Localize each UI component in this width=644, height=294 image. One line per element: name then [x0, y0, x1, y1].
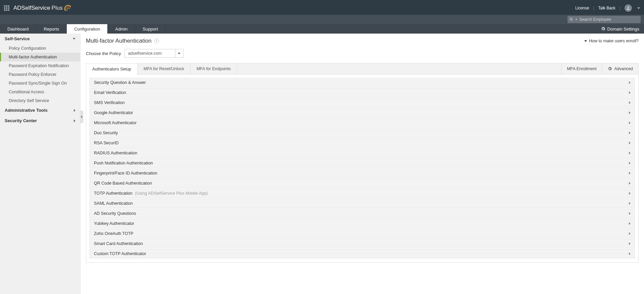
auth-security-question[interactable]: Security Question & Answer	[90, 78, 635, 87]
link-divider: |	[593, 6, 594, 10]
chevron-right-icon	[74, 119, 75, 122]
chevron-right-icon	[629, 172, 631, 175]
main-content: Multi-factor Authentication ? How to mak…	[80, 34, 644, 294]
auth-radius[interactable]: RADIUS Authentication	[90, 148, 635, 158]
auth-label: RSA SecurID	[94, 141, 119, 145]
auth-totp[interactable]: TOTP Authentication (Using ADSelfService…	[90, 189, 635, 198]
auth-label: Duo Security	[94, 131, 118, 135]
tab-mfa-enrollment[interactable]: MFA Enrollment	[561, 63, 602, 74]
svg-point-1	[570, 18, 572, 20]
policy-select-toggle[interactable]	[175, 49, 183, 57]
sidebar-section-self-service[interactable]: Self-Service	[0, 34, 80, 44]
license-link[interactable]: License	[575, 6, 589, 10]
domain-settings-button[interactable]: Domain Settings	[596, 24, 644, 34]
sidebar-item-password-policy[interactable]: Password Policy Enforcer	[0, 70, 80, 79]
chevron-right-icon	[629, 232, 631, 235]
gear-icon	[601, 27, 605, 31]
product-logo[interactable]: ADSelfService Plus	[13, 4, 72, 12]
auth-duo-security[interactable]: Duo Security	[90, 128, 635, 138]
sidebar-item-policy-configuration[interactable]: Policy Configuration	[0, 44, 80, 53]
sidebar-item-password-expiration[interactable]: Password Expiration Notification	[0, 61, 80, 70]
chevron-right-icon	[629, 212, 631, 215]
auth-label: Fingerprint/Face ID Authentication	[94, 171, 157, 176]
sidebar-section-admin-tools[interactable]: Administrative Tools	[0, 105, 80, 115]
auth-rsa-securid[interactable]: RSA SecurID	[90, 138, 635, 148]
auth-label: RADIUS Authentication	[94, 151, 137, 155]
domain-settings-label: Domain Settings	[607, 27, 639, 32]
chevron-right-icon	[629, 111, 631, 114]
nav-configuration[interactable]: Configuration	[67, 24, 108, 34]
gear-icon	[607, 66, 612, 71]
auth-hint: (Using ADSelfService Plus Mobile App)	[135, 191, 208, 196]
utility-bar	[0, 15, 644, 24]
search-input[interactable]	[579, 17, 639, 22]
nav-dashboard[interactable]: Dashboard	[0, 24, 37, 34]
nav-reports[interactable]: Reports	[37, 24, 67, 34]
help-icon[interactable]: ?	[154, 39, 159, 43]
chevron-right-icon	[629, 162, 631, 164]
auth-label: Google Authenticator	[94, 110, 133, 115]
chevron-right-icon	[629, 252, 631, 255]
sidebar-item-directory-self-service[interactable]: Directory Self Service	[0, 96, 80, 105]
tab-mfa-endpoints[interactable]: MFA for Endpoints	[191, 63, 237, 74]
auth-fingerprint-faceid[interactable]: Fingerprint/Face ID Authentication	[90, 168, 635, 178]
auth-label: Yubikey Authenticator	[94, 221, 134, 226]
chevron-right-icon	[629, 202, 631, 205]
sidebar-item-mfa[interactable]: Multi-factor Authentication	[0, 53, 80, 61]
user-avatar[interactable]	[625, 4, 632, 12]
chevron-right-icon	[629, 132, 631, 134]
tab-advanced[interactable]: Advanced	[602, 63, 638, 74]
auth-ad-security-questions[interactable]: AD Security Questions	[90, 209, 635, 218]
auth-qr-code[interactable]: QR Code Based Authentication	[90, 179, 635, 188]
auth-email-verification[interactable]: Email Verification	[90, 88, 635, 97]
authenticators-panel: Security Question & Answer Email Verific…	[86, 75, 639, 263]
page-title-text: Multi-factor Authentication	[86, 38, 152, 44]
auth-label: Custom TOTP Authenticator	[94, 251, 146, 256]
svg-line-2	[572, 19, 573, 20]
auth-sms-verification[interactable]: SMS Verification	[90, 98, 635, 107]
chevron-left-icon	[80, 115, 82, 118]
auth-label: Smart Card Authentication	[94, 241, 143, 246]
brand-text: ADSelfService	[13, 5, 50, 11]
policy-select[interactable]: adselfservice.com	[124, 49, 183, 58]
top-bar: ADSelfService Plus License | Talk Back |	[0, 1, 644, 15]
sidebar-section-security-center[interactable]: Security Center	[0, 115, 80, 126]
auth-saml[interactable]: SAML Authentication	[90, 199, 635, 208]
chevron-right-icon	[629, 152, 631, 154]
sidebar-item-conditional-access[interactable]: Conditional Access	[0, 88, 80, 96]
svg-point-0	[628, 6, 629, 8]
sidebar: Self-Service Policy Configuration Multi-…	[0, 34, 80, 294]
auth-smart-card[interactable]: Smart Card Authentication	[90, 239, 635, 248]
auth-push-notification[interactable]: Push Notification Authentication	[90, 158, 635, 168]
user-menu-caret-icon[interactable]	[637, 7, 640, 9]
sidebar-section-label: Self-Service	[5, 36, 30, 41]
chevron-right-icon	[629, 182, 631, 185]
tab-authenticators-setup[interactable]: Authenticators Setup	[86, 63, 138, 75]
nav-admin[interactable]: Admin	[108, 24, 135, 34]
auth-microsoft-authenticator[interactable]: Microsoft Authenticator	[90, 118, 635, 128]
nav-support[interactable]: Support	[135, 24, 166, 34]
auth-label: TOTP Authentication	[94, 191, 132, 196]
chevron-right-icon	[629, 101, 631, 104]
sidebar-section-label: Administrative Tools	[5, 108, 48, 113]
chevron-right-icon	[629, 81, 631, 84]
chevron-right-icon	[629, 121, 631, 124]
auth-label: Security Question & Answer	[94, 80, 146, 85]
talk-back-link[interactable]: Talk Back	[598, 6, 615, 10]
search-scope-caret-icon[interactable]	[575, 19, 577, 20]
sidebar-collapse-handle[interactable]	[80, 111, 83, 123]
how-to-enroll-link[interactable]: How to make users enroll?	[584, 39, 639, 43]
auth-custom-totp[interactable]: Custom TOTP Authenticator	[90, 249, 635, 258]
chevron-right-icon	[629, 192, 631, 195]
apps-grid-icon[interactable]	[4, 5, 9, 11]
sidebar-item-sso[interactable]: Password Sync/Single Sign On	[0, 79, 80, 88]
employee-search[interactable]	[568, 16, 641, 23]
auth-zoho-oneauth-totp[interactable]: Zoho OneAuth TOTP	[90, 229, 635, 238]
auth-yubikey[interactable]: Yubikey Authenticator	[90, 219, 635, 228]
auth-label: SMS Verification	[94, 100, 125, 105]
tab-mfa-reset-unlock[interactable]: MFA for Reset/Unlock	[138, 63, 191, 74]
auth-google-authenticator[interactable]: Google Authenticator	[90, 108, 635, 117]
brand-suffix: Plus	[52, 5, 63, 11]
chevron-right-icon	[629, 222, 631, 225]
chevron-down-icon	[178, 53, 180, 54]
